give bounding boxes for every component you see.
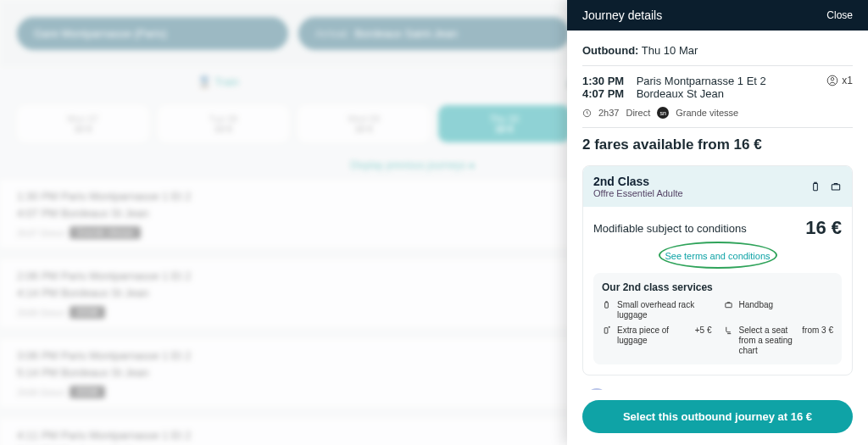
service-overhead-luggage: Small overhead rack luggage xyxy=(602,300,712,320)
journey-meta: 2h37 Direct sn Grande vitesse xyxy=(582,107,853,119)
luggage-icon xyxy=(602,300,612,309)
modifiable-text: Modifiable subject to conditions xyxy=(593,222,747,235)
select-journey-button[interactable]: Select this outbound journey at 16 € xyxy=(582,400,853,433)
services-box: Our 2nd class services Small overhead ra… xyxy=(593,273,842,364)
passenger-row: 30 - 59 years old Offre Essentiel Adulte… xyxy=(582,375,853,390)
briefcase-icon xyxy=(830,181,842,192)
svg-point-1 xyxy=(832,78,835,81)
terms-link[interactable]: See terms and conditions xyxy=(665,251,770,261)
svg-rect-3 xyxy=(814,184,818,191)
fare-offer: Offre Essentiel Adulte xyxy=(593,188,683,198)
journey-details-drawer: Journey details Close Outbound: Thu 10 M… xyxy=(567,0,868,445)
fares-heading: 2 fares available from 16 € xyxy=(582,136,853,153)
passenger-count: x1 xyxy=(826,75,853,86)
briefcase-icon xyxy=(724,300,734,309)
person-icon xyxy=(826,75,838,86)
service-handbag: Handbag xyxy=(724,300,834,320)
luggage-plus-icon xyxy=(602,325,612,335)
drawer-header: Journey details Close xyxy=(567,0,868,31)
seat-icon xyxy=(724,325,734,335)
svg-rect-4 xyxy=(832,185,839,190)
clock-icon xyxy=(582,108,592,118)
journey-leg: 1:30 PM Paris Montparnasse 1 Et 2 4:07 P… xyxy=(582,75,853,100)
fare-class: 2nd Class xyxy=(593,175,683,188)
fare-card-2nd-class[interactable]: 2nd Class Offre Essentiel Adulte Modifia… xyxy=(582,165,853,375)
services-heading: Our 2nd class services xyxy=(602,281,833,293)
close-button[interactable]: Close xyxy=(826,9,853,21)
svg-rect-5 xyxy=(605,303,609,308)
luggage-icon xyxy=(810,181,821,192)
service-extra-luggage: Extra piece of luggage +5 € xyxy=(602,325,712,356)
svg-rect-6 xyxy=(725,303,731,308)
svg-rect-7 xyxy=(604,328,608,333)
service-seat-selection: Select a seat from a seating chart from … xyxy=(724,325,834,356)
operator-icon: sn xyxy=(657,107,669,119)
outbound-line: Outbound: Thu 10 Mar xyxy=(582,44,853,57)
drawer-title: Journey details xyxy=(582,8,662,22)
fare-price: 16 € xyxy=(805,217,842,239)
